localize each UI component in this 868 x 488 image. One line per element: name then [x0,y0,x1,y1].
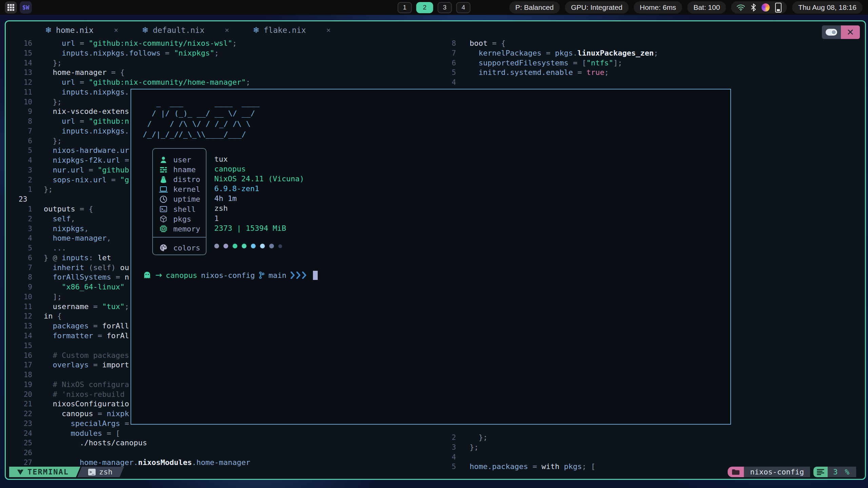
status-bar: TERMINAL >_ zsh nixos-config [9,467,856,477]
code-row: 2 }; [443,433,595,443]
mode-tab-terminal[interactable]: TERMINAL [9,467,80,477]
tab-close-icon[interactable]: × [326,26,331,34]
workspace-button-3[interactable]: 3 [438,2,452,13]
clock-icon [159,195,168,204]
line-number: 23 [6,419,32,429]
code-pane-right[interactable]: 8boot = {7 kernelPackages = pkgs.linuxPa… [443,39,658,87]
color-dot [278,244,282,248]
fetch-value-hname: canopus [214,164,304,174]
terminal-color-dots [214,244,282,248]
window-controls: ✕ [822,25,860,39]
fetch-row-user: user [153,155,206,165]
line-number: 1 [6,204,32,214]
status-bar-left: TERMINAL >_ zsh [9,467,124,477]
terminal-overlay[interactable]: _ ___ ____ ____ / |/ (_)_ __/ __ \/ __/ … [131,89,731,425]
workspace-button-2[interactable]: 2 [416,2,433,13]
colors-label: colors [173,244,200,252]
line-number: 7 [6,263,32,273]
line-number: 5 [6,243,32,253]
tab-default.nix[interactable]: ❄default.nix× [142,25,229,35]
tab-close-icon[interactable]: × [114,26,118,34]
color-dot [260,244,265,248]
code-row: 8boot = { [443,39,658,48]
nix-snowflake-icon: ❄ [45,25,52,35]
line-number: 25 [6,438,32,448]
line-number: 3 [6,165,32,175]
fetch-label: shell [173,205,196,214]
code-row: 4 [443,78,658,87]
tab-label: flake.nix [264,26,306,35]
line-number: 1 [6,185,32,195]
git-branch-icon [259,271,265,279]
prompt-branch: main [269,271,287,280]
battery-pill[interactable]: Bat: 100 [687,1,726,14]
folder-segment[interactable] [728,467,744,477]
fetch-row-kernel: kernel [153,184,206,194]
color-dot [214,244,219,248]
top-bar: $W 1234 P: Balanced GPU: Integrated Home… [0,0,868,15]
fetch-label: user [173,156,191,164]
wifi-icon[interactable] [736,4,745,11]
code-row: 14 }; [6,58,250,68]
shell-icon [159,205,168,214]
prompt-dir: nixos-config [201,271,255,280]
code-pane-right-bottom[interactable]: 2 };3};45home.packages = with pkgs; [ [443,433,595,472]
divider [153,237,206,238]
fetch-value-distro: NixOS 24.11 (Vicuna) [214,174,304,184]
line-number: 21 [6,399,32,409]
phone-icon[interactable] [775,3,782,13]
shell-tab-zsh[interactable]: >_ zsh [77,467,124,477]
line-number: 3 [443,443,456,452]
hostname-icon [159,165,168,174]
tab-home.nix[interactable]: ❄home.nix× [45,25,118,35]
power-profile-pill[interactable]: P: Balanced [509,1,560,14]
line-number: 11 [6,87,32,97]
bluetooth-icon[interactable] [751,3,756,12]
color-dot [242,244,246,248]
line-number: 7 [6,126,32,136]
line-number: 2 [6,214,32,224]
tab-flake.nix[interactable]: ❄flake.nix× [253,25,331,35]
close-icon: ✕ [847,27,854,38]
line-number: 8 [6,117,32,126]
ghost-icon [143,271,152,280]
laptop-icon [159,185,168,194]
fetch-row-colors: colors [153,243,206,253]
line-number: 4 [6,156,32,165]
nixos-ascii-logo: _ ___ ____ ____ / |/ (_)_ __/ __ \/ __/ … [143,98,259,140]
fetch-value-pkgs: 1 [214,214,304,223]
line-number: 9 [6,282,32,292]
gpu-pill[interactable]: GPU: Integrated [565,1,629,14]
code-row: 24 modules = [ [6,429,250,439]
line-number: 6 [6,253,32,263]
color-dot [251,244,256,248]
toggle-button[interactable] [822,25,841,39]
fetch-value-user: tux [214,154,304,164]
code-row: 27 home-manager.nixosModules.home-manage… [6,458,250,468]
sw-logo-button[interactable]: $W [20,1,32,14]
window-close-button[interactable]: ✕ [841,25,860,39]
ping-pill[interactable]: Home: 6ms [634,1,682,14]
line-number: 12 [6,311,32,321]
line-number: 4 [6,233,32,243]
fetch-label: hname [173,165,196,174]
line-number: 13 [6,68,32,78]
tab-label: default.nix [153,26,204,35]
chevrons-icon [290,271,308,279]
text-cursor [313,271,318,280]
line-number: 14 [6,58,32,68]
toggle-icon [826,29,837,36]
user-icon [159,156,168,164]
workspace-button-1[interactable]: 1 [398,2,412,13]
scroll-segment[interactable] [813,467,828,477]
color-wheel-icon[interactable] [762,3,770,12]
tab-close-icon[interactable]: × [225,26,229,34]
code-row: 16 url = "github:nix-community/nixos-wsl… [6,39,250,48]
line-number: 15 [6,341,32,351]
app-launcher-button[interactable] [5,1,17,14]
clock-pill[interactable]: Thu Aug 08, 18:16 [792,1,863,14]
line-number: 11 [6,302,32,312]
line-number: 16 [6,351,32,361]
line-number: 5 [443,68,456,78]
workspace-button-4[interactable]: 4 [456,2,471,13]
